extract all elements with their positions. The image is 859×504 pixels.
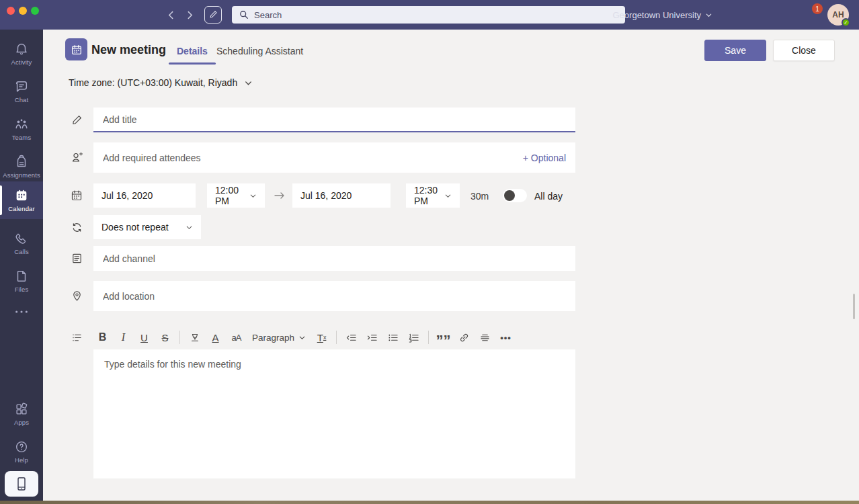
start-time-picker[interactable]: 12:00 PM: [207, 183, 265, 208]
avatar[interactable]: AH ✓: [827, 4, 849, 26]
duration-label: 30m: [471, 191, 489, 202]
apps-grid-icon: [14, 402, 29, 417]
meeting-details-editor[interactable]: Type details for this new meeting: [93, 349, 575, 478]
attendees-input[interactable]: [103, 153, 523, 163]
bold-button[interactable]: B: [93, 329, 112, 347]
toolbar-divider: [179, 331, 180, 344]
bulleted-list-button[interactable]: [384, 329, 402, 347]
sidebar-item-label: Files: [15, 286, 29, 293]
macos-minimize-button[interactable]: [19, 7, 27, 15]
channel-input[interactable]: [103, 253, 566, 264]
timezone-selector[interactable]: Time zone: (UTC+03:00) Kuwait, Riyadh: [69, 77, 253, 88]
italic-button[interactable]: I: [114, 329, 132, 347]
end-time-picker[interactable]: 12:30 PM: [406, 183, 460, 208]
meeting-calendar-badge: [65, 38, 87, 60]
start-date-picker[interactable]: Jul 16, 2020: [93, 183, 196, 208]
close-button[interactable]: Close: [773, 40, 835, 61]
clear-formatting-x: x: [323, 334, 327, 341]
location-field[interactable]: [93, 281, 575, 311]
search-bar[interactable]: [232, 6, 625, 24]
scrollbar-thumb[interactable]: [853, 294, 855, 319]
sidebar-item-calls[interactable]: Calls: [0, 224, 43, 262]
toggle-knob: [504, 190, 515, 201]
macos-close-button[interactable]: [7, 7, 15, 15]
phone-icon: [14, 231, 29, 246]
underline-button[interactable]: U: [135, 329, 153, 347]
sidebar-item-label: Activity: [11, 58, 32, 66]
highlighter-icon: [190, 332, 200, 343]
title-field[interactable]: [93, 108, 575, 132]
meeting-header: New meeting Details Scheduling Assistant…: [43, 30, 859, 68]
org-switcher[interactable]: Georgetown University: [613, 0, 713, 30]
sidebar-item-apps[interactable]: Apps: [0, 395, 43, 433]
font-color-button[interactable]: A: [206, 329, 224, 347]
file-icon: [14, 269, 29, 284]
formatting-toolbar: B I U S A aA Paragraph Tx ””: [93, 327, 575, 347]
help-icon: [14, 439, 29, 454]
repeat-icon: [70, 220, 83, 234]
clear-formatting-button[interactable]: Tx: [313, 329, 331, 347]
new-chat-button[interactable]: [204, 6, 222, 24]
repeat-dropdown[interactable]: Does not repeat: [93, 215, 201, 239]
chevron-down-icon: [444, 192, 452, 200]
save-button[interactable]: Save: [704, 40, 766, 61]
strikethrough-button[interactable]: S: [156, 329, 174, 347]
font-size-button[interactable]: aA: [227, 329, 245, 347]
sidebar-item-assignments[interactable]: Assignments: [0, 148, 43, 185]
attendees-field[interactable]: + Optional: [93, 142, 575, 173]
optional-attendees-link[interactable]: + Optional: [523, 153, 566, 163]
arrow-right-icon: [274, 191, 286, 200]
clear-formatting-t: T: [317, 332, 323, 343]
sidebar-item-help[interactable]: Help: [0, 433, 43, 470]
sidebar-item-activity[interactable]: Activity: [0, 35, 43, 73]
app-sidebar: Activity Chat Teams Assignments Calendar…: [0, 30, 43, 501]
macos-zoom-button[interactable]: [31, 7, 39, 15]
insert-link-button[interactable]: [455, 329, 473, 347]
start-time-value: 12:00 PM: [215, 185, 249, 206]
chevron-right-icon: [186, 11, 194, 19]
back-button[interactable]: [163, 7, 179, 23]
main-content: New meeting Details Scheduling Assistant…: [43, 30, 859, 501]
end-date-picker[interactable]: Jul 16, 2020: [292, 183, 391, 208]
chevron-down-icon: [298, 334, 306, 341]
increase-indent-button[interactable]: [363, 329, 381, 347]
repeat-value: Does not repeat: [101, 222, 169, 233]
more-dots-icon: [14, 309, 29, 314]
chevron-down-icon: [249, 192, 257, 200]
sidebar-item-files[interactable]: Files: [0, 262, 43, 300]
tab-details[interactable]: Details: [177, 46, 208, 56]
title-input[interactable]: [103, 114, 566, 125]
forward-button[interactable]: [181, 7, 198, 23]
channel-field[interactable]: [93, 246, 575, 271]
sidebar-item-chat[interactable]: Chat: [0, 73, 43, 110]
compose-pencil-icon: [208, 10, 218, 19]
title-bar: Georgetown University 1 AH ✓: [0, 0, 859, 30]
get-mobile-app-button[interactable]: [5, 471, 38, 497]
sidebar-item-label: Chat: [15, 96, 28, 103]
chevron-down-icon: [244, 79, 253, 87]
numbered-list-icon: [408, 333, 419, 343]
horizontal-rule-button[interactable]: [476, 329, 494, 347]
sidebar-more-button[interactable]: [0, 300, 43, 324]
paragraph-dropdown[interactable]: Paragraph: [248, 329, 310, 347]
sidebar-item-calendar[interactable]: Calendar: [0, 181, 43, 219]
details-list-icon: [70, 331, 83, 344]
calendar-icon: [71, 44, 83, 56]
search-input[interactable]: [254, 10, 590, 20]
numbered-list-button[interactable]: [405, 329, 423, 347]
location-input[interactable]: [103, 291, 566, 302]
tab-scheduling-assistant[interactable]: Scheduling Assistant: [216, 46, 303, 56]
search-icon: [239, 10, 249, 19]
outdent-icon: [345, 333, 357, 343]
end-time-value: 12:30 PM: [414, 185, 444, 206]
chevron-down-icon: [705, 11, 712, 19]
toolbar-divider: [336, 331, 337, 344]
decrease-indent-button[interactable]: [342, 329, 360, 347]
quote-button[interactable]: ””: [434, 329, 452, 347]
highlight-button[interactable]: [186, 329, 204, 347]
location-pin-icon: [70, 289, 83, 302]
all-day-toggle[interactable]: [503, 189, 527, 202]
paragraph-label: Paragraph: [252, 333, 294, 343]
more-formatting-button[interactable]: •••: [497, 329, 515, 347]
sidebar-item-teams[interactable]: Teams: [0, 110, 43, 148]
